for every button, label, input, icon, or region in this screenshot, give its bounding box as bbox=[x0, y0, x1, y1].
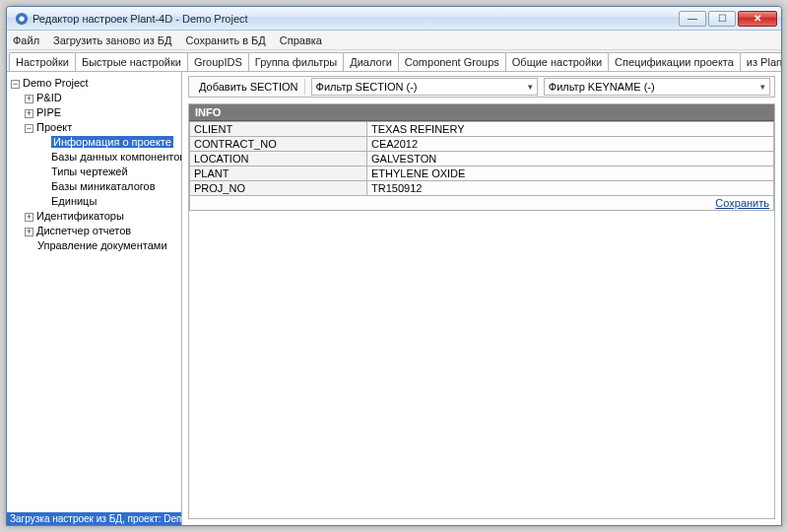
tabstrip: Настройки Быстрые настройки GroupIDS Гру… bbox=[7, 50, 781, 72]
maximize-button[interactable]: ☐ bbox=[708, 11, 736, 27]
menubar: Файл Загрузить заново из БД Сохранить в … bbox=[7, 31, 781, 50]
close-button[interactable]: ✕ bbox=[738, 11, 777, 27]
status-bar: Загрузка настроек из БД, проект: Demo Pr… bbox=[7, 512, 181, 525]
value-cell[interactable]: ETHYLENE OXIDE bbox=[367, 166, 774, 181]
table-row[interactable]: LOCATIONGALVESTON bbox=[190, 152, 774, 166]
menu-help[interactable]: Справка bbox=[280, 34, 322, 46]
key-cell[interactable]: PROJ_NO bbox=[190, 181, 367, 196]
svg-point-1 bbox=[19, 16, 24, 21]
tree-project-info[interactable]: Информация о проекте bbox=[38, 135, 179, 150]
plus-icon[interactable]: + bbox=[25, 228, 33, 236]
add-section-button[interactable]: Добавить SECTION bbox=[193, 79, 305, 95]
tree-project[interactable]: −Проект Информация о проекте Базы данных… bbox=[25, 120, 179, 209]
tree-component-db[interactable]: Базы данных компонентов bbox=[38, 150, 179, 165]
plus-icon[interactable]: + bbox=[25, 95, 33, 103]
filter-keyname-label: Фильтр KEYNAME (-) bbox=[549, 81, 655, 93]
filter-section-label: Фильтр SECTION (-) bbox=[316, 81, 418, 93]
filter-keyname-dropdown[interactable]: Фильтр KEYNAME (-) ▾ bbox=[544, 78, 770, 96]
tab-group-filters[interactable]: Группа фильтры bbox=[248, 52, 344, 71]
save-link[interactable]: Сохранить bbox=[715, 197, 769, 209]
tree-doc-management[interactable]: Управление документами bbox=[25, 238, 179, 253]
tab-settings[interactable]: Настройки bbox=[9, 52, 76, 71]
tab-plant4d-isogen[interactable]: из Plant4D в Изоген bbox=[740, 52, 781, 71]
chevron-down-icon: ▾ bbox=[528, 82, 533, 92]
tree-panel: −Demo Project +P&ID +PIPE −Проект Информ… bbox=[7, 72, 182, 525]
section-header[interactable]: INFO bbox=[189, 104, 774, 121]
menu-reload[interactable]: Загрузить заново из БД bbox=[53, 34, 171, 46]
table-row[interactable]: PROJ_NOTR150912 bbox=[190, 181, 774, 196]
tree-units[interactable]: Единицы bbox=[38, 194, 179, 209]
app-window: Редактор настроек Plant-4D - Demo Projec… bbox=[6, 6, 782, 526]
save-row: Сохранить bbox=[190, 196, 774, 211]
tab-general-settings[interactable]: Общие настройки bbox=[505, 52, 609, 71]
value-cell[interactable]: TR150912 bbox=[367, 181, 774, 196]
minus-icon[interactable]: − bbox=[25, 124, 33, 133]
table-row[interactable]: CLIENTTEXAS REFINERY bbox=[190, 122, 774, 137]
window-title: Редактор настроек Plant-4D - Demo Projec… bbox=[33, 13, 677, 25]
app-icon bbox=[15, 12, 29, 26]
table-row[interactable]: CONTRACT_NOCEA2012 bbox=[190, 137, 774, 152]
key-cell[interactable]: CLIENT bbox=[190, 122, 367, 137]
tab-project-specs[interactable]: Спецификации проекта bbox=[608, 52, 741, 71]
tree-pipe[interactable]: +PIPE bbox=[25, 105, 179, 120]
menu-save[interactable]: Сохранить в БД bbox=[186, 34, 266, 46]
tab-quick-settings[interactable]: Быстрые настройки bbox=[75, 52, 188, 71]
tree-identifiers[interactable]: +Идентификаторы bbox=[25, 209, 179, 224]
plus-icon[interactable]: + bbox=[25, 109, 33, 118]
key-value-table: CLIENTTEXAS REFINERY CONTRACT_NOCEA2012 … bbox=[189, 121, 774, 211]
value-cell[interactable]: TEXAS REFINERY bbox=[367, 122, 774, 137]
value-cell[interactable]: CEA2012 bbox=[367, 137, 774, 152]
right-panel: Добавить SECTION Фильтр SECTION (-) ▾ Фи… bbox=[182, 72, 781, 525]
plus-icon[interactable]: + bbox=[25, 213, 33, 222]
tab-dialogs[interactable]: Диалоги bbox=[343, 52, 399, 71]
key-cell[interactable]: LOCATION bbox=[190, 152, 367, 166]
tab-groupids[interactable]: GroupIDS bbox=[187, 52, 249, 71]
minus-icon[interactable]: − bbox=[11, 80, 20, 89]
tree-root[interactable]: −Demo Project +P&ID +PIPE −Проект Информ… bbox=[11, 76, 179, 253]
content-area: −Demo Project +P&ID +PIPE −Проект Информ… bbox=[7, 72, 781, 525]
section-toolbar: Добавить SECTION Фильтр SECTION (-) ▾ Фи… bbox=[188, 76, 775, 98]
tab-component-groups[interactable]: Component Groups bbox=[398, 52, 506, 71]
tree-minicatalog-db[interactable]: Базы миникаталогов bbox=[38, 179, 179, 194]
tree-pid[interactable]: +P&ID bbox=[25, 91, 179, 105]
table-row[interactable]: PLANTETHYLENE OXIDE bbox=[190, 166, 774, 181]
filter-section-dropdown[interactable]: Фильтр SECTION (-) ▾ bbox=[311, 78, 538, 96]
value-cell[interactable]: GALVESTON bbox=[367, 152, 774, 166]
tree-report-dispatcher[interactable]: +Диспетчер отчетов bbox=[25, 224, 179, 238]
key-cell[interactable]: CONTRACT_NO bbox=[190, 137, 367, 152]
key-cell[interactable]: PLANT bbox=[190, 166, 367, 181]
data-grid: INFO CLIENTTEXAS REFINERY CONTRACT_NOCEA… bbox=[188, 103, 775, 519]
minimize-button[interactable]: — bbox=[679, 11, 706, 27]
titlebar[interactable]: Редактор настроек Plant-4D - Demo Projec… bbox=[7, 7, 781, 31]
chevron-down-icon: ▾ bbox=[760, 82, 765, 92]
tree-drawing-types[interactable]: Типы чертежей bbox=[38, 165, 179, 179]
menu-file[interactable]: Файл bbox=[13, 34, 39, 46]
